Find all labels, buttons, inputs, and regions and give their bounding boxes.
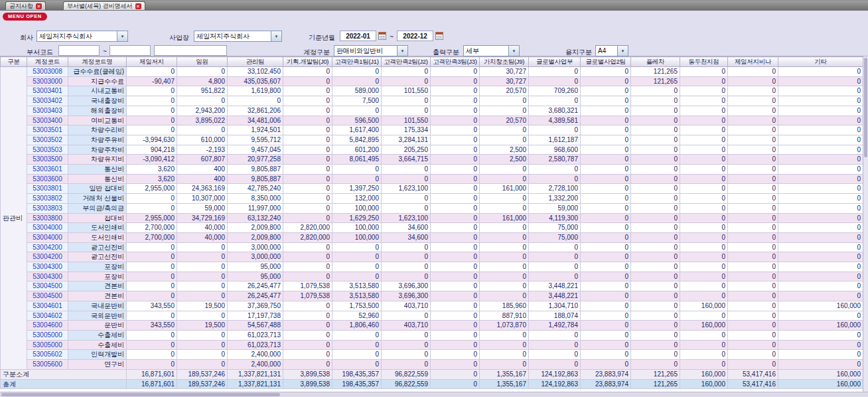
amount-cell[interactable]: 2,820,000 [283, 223, 332, 233]
amount-cell[interactable]: 0 [283, 213, 332, 223]
amount-cell[interactable]: 0 [778, 116, 863, 125]
amount-cell[interactable]: 0 [631, 86, 680, 96]
amount-cell[interactable]: 343,550 [127, 301, 177, 311]
amount-cell[interactable]: -90,407 [127, 76, 177, 86]
amount-cell[interactable]: 0 [778, 291, 863, 301]
amount-cell[interactable]: 0 [728, 223, 778, 233]
amount-cell[interactable]: 0 [283, 86, 332, 96]
amount-cell[interactable]: 2,400,000 [228, 360, 283, 370]
amount-cell[interactable]: 0 [728, 311, 778, 321]
account-code-cell[interactable]: 53003803 [27, 203, 68, 213]
amount-cell[interactable]: 0 [431, 203, 480, 213]
amount-cell[interactable]: 3,696,300 [382, 281, 431, 291]
amount-cell[interactable]: 0 [581, 155, 631, 165]
amount-cell[interactable]: 0 [631, 252, 680, 262]
amount-cell[interactable]: 2,009,800 [228, 223, 283, 233]
account-name-cell[interactable]: 견본비 [68, 291, 127, 301]
account-name-cell[interactable]: 해외출장비 [68, 106, 127, 116]
amount-cell[interactable]: 0 [581, 106, 631, 116]
amount-cell[interactable]: 0 [480, 174, 529, 184]
amount-cell[interactable]: 11,997,000 [228, 203, 283, 213]
amount-cell[interactable]: 0 [680, 76, 728, 86]
amount-cell[interactable]: 2,400,000 [228, 350, 283, 360]
account-code-cell[interactable]: 53003601 [27, 165, 68, 175]
amount-cell[interactable]: 0 [680, 360, 728, 370]
amount-cell[interactable]: 0 [728, 155, 778, 165]
amount-cell[interactable]: 0 [431, 86, 480, 96]
amount-cell[interactable]: 1,629,250 [332, 213, 382, 223]
amount-cell[interactable]: 0 [480, 291, 529, 301]
amount-cell[interactable]: 0 [728, 174, 778, 184]
amount-cell[interactable]: 0 [581, 321, 631, 331]
amount-cell[interactable]: 0 [581, 213, 631, 223]
amount-cell[interactable]: 0 [382, 350, 431, 360]
amount-cell[interactable]: 121,265 [631, 76, 680, 86]
account-code-cell[interactable]: 53003401 [27, 86, 68, 96]
amount-cell[interactable]: 30,727 [480, 67, 529, 77]
amount-cell[interactable]: 0 [631, 213, 680, 223]
amount-cell[interactable]: 0 [283, 145, 332, 155]
amount-cell[interactable]: 0 [127, 262, 177, 272]
amount-cell[interactable]: 0 [680, 165, 728, 175]
amount-cell[interactable]: 0 [631, 311, 680, 321]
amount-cell[interactable]: 0 [431, 174, 480, 184]
amount-cell[interactable]: 0 [680, 281, 728, 291]
amount-cell[interactable]: 0 [680, 194, 728, 204]
amount-cell[interactable]: 3,696,300 [382, 291, 431, 301]
amount-cell[interactable]: 3,664,715 [382, 155, 431, 165]
account-code-cell[interactable]: 53004601 [27, 301, 68, 311]
amount-cell[interactable]: 0 [778, 330, 863, 340]
amount-cell[interactable]: 0 [778, 155, 863, 165]
amount-cell[interactable]: 0 [581, 232, 631, 242]
amount-cell[interactable]: 0 [283, 330, 332, 340]
amount-cell[interactable]: 1,619,800 [228, 86, 283, 96]
amount-cell[interactable]: 0 [177, 262, 228, 272]
amount-cell[interactable]: 0 [581, 223, 631, 233]
amount-cell[interactable]: 0 [127, 350, 177, 360]
amount-cell[interactable]: 1,492,784 [529, 321, 581, 331]
amount-cell[interactable]: 2,009,800 [228, 232, 283, 242]
amount-cell[interactable]: 0 [382, 67, 431, 77]
amount-cell[interactable]: 0 [431, 340, 480, 350]
amount-cell[interactable]: 0 [581, 67, 631, 77]
account-name-cell[interactable]: 차량유지비 [68, 155, 127, 165]
amount-cell[interactable]: 0 [581, 96, 631, 106]
amount-cell[interactable]: 2,500 [480, 155, 529, 165]
amount-cell[interactable]: 0 [631, 145, 680, 155]
amount-cell[interactable]: 0 [283, 321, 332, 331]
amount-cell[interactable]: 9,457,045 [228, 145, 283, 155]
amount-cell[interactable]: 0 [431, 116, 480, 125]
amount-cell[interactable]: 403,710 [382, 301, 431, 311]
amount-cell[interactable]: 1,623,100 [382, 184, 431, 194]
amount-cell[interactable]: 951,822 [177, 86, 228, 96]
amount-cell[interactable]: 0 [480, 330, 529, 340]
amount-cell[interactable]: 1,332,200 [529, 194, 581, 204]
account-code-cell[interactable]: 53003008 [27, 67, 68, 77]
amount-cell[interactable]: 3,000,000 [228, 252, 283, 262]
amount-cell[interactable]: 2,728,100 [529, 184, 581, 194]
account-code-cell[interactable]: 53004000 [27, 223, 68, 233]
amount-cell[interactable]: 0 [581, 194, 631, 204]
horizontal-scrollbar[interactable] [0, 392, 868, 397]
amount-cell[interactable]: 0 [127, 252, 177, 262]
account-name-cell[interactable]: 도서인쇄비 [68, 232, 127, 242]
amount-cell[interactable]: 63,132,240 [228, 213, 283, 223]
amount-cell[interactable]: 601,200 [332, 145, 382, 155]
amount-cell[interactable]: 188,074 [529, 311, 581, 321]
amount-cell[interactable]: 0 [431, 311, 480, 321]
amount-cell[interactable]: 887,910 [480, 311, 529, 321]
amount-cell[interactable]: 0 [581, 350, 631, 360]
amount-cell[interactable]: 0 [177, 96, 228, 106]
amount-cell[interactable]: 403,710 [382, 321, 431, 331]
amount-cell[interactable]: 0 [728, 340, 778, 350]
amount-cell[interactable]: 59,000 [529, 203, 581, 213]
account-name-cell[interactable]: 급수수료(클레임) [68, 67, 127, 77]
amount-cell[interactable]: 3,284,131 [382, 135, 431, 145]
amount-cell[interactable]: 132,000 [332, 194, 382, 204]
amount-cell[interactable]: 0 [480, 350, 529, 360]
amount-cell[interactable]: 160,000 [680, 301, 728, 311]
amount-cell[interactable]: 3,448,221 [529, 291, 581, 301]
amount-cell[interactable]: 0 [382, 203, 431, 213]
amount-cell[interactable]: 0 [728, 125, 778, 135]
amount-cell[interactable]: 0 [529, 76, 581, 86]
